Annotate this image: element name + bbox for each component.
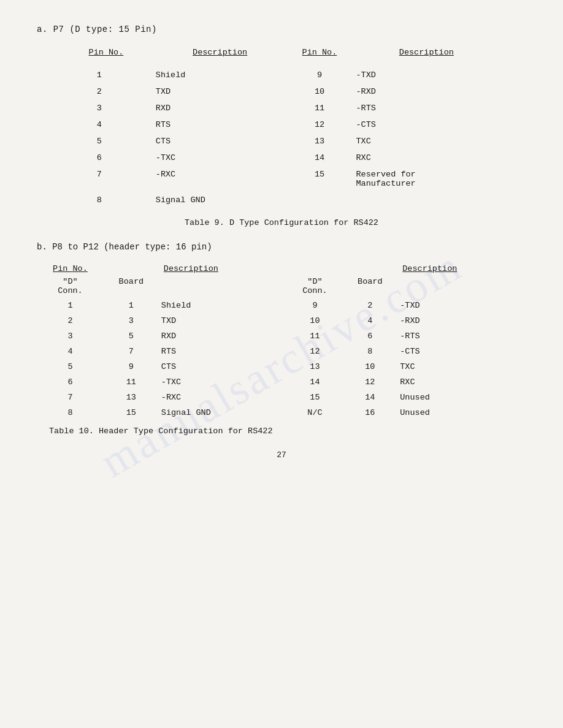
table-row: 7-RXC15Reserved for Manufacturer — [61, 166, 502, 192]
d-conn-right: N/C — [288, 405, 343, 420]
table-a-container: Pin No. Description Pin No. Description … — [37, 45, 526, 227]
desc-right: -RTS — [397, 328, 526, 344]
subheader-board-left: Board — [104, 276, 159, 298]
section-a-title: a. P7 (D type: 15 Pin) — [37, 25, 526, 34]
d-conn-right: 10 — [288, 313, 343, 328]
board-left: 11 — [104, 374, 159, 390]
description-right: Reserved for Manufacturer — [350, 166, 502, 192]
board-right: 16 — [342, 405, 397, 420]
table-a-header-pin2: Pin No. — [289, 45, 350, 59]
d-conn-left: 4 — [37, 344, 104, 359]
table-b-subheader-row: "D" Conn. Board "D" Conn. Board — [37, 276, 526, 298]
d-conn-right: 15 — [288, 390, 343, 405]
table-b-caption: Table 10. Header Type Configuration for … — [37, 427, 526, 436]
desc-left: Signal GND — [159, 405, 288, 420]
description-left: RTS — [137, 116, 289, 133]
table-row: 611-TXC1412RXC — [37, 374, 526, 390]
description-left: -RXC — [137, 166, 289, 192]
desc-left: CTS — [159, 359, 288, 374]
table-row: 47RTS128-CTS — [37, 344, 526, 359]
d-conn-right: 9 — [288, 298, 343, 313]
table-row: 59CTS1310TXC — [37, 359, 526, 374]
description-left: Signal GND — [137, 192, 289, 208]
page-number: 27 — [37, 450, 526, 460]
table-row: 5CTS13TXC — [61, 133, 502, 150]
desc-right: -RXD — [397, 313, 526, 328]
description-right: -TXD — [350, 67, 502, 83]
table-b: Pin No. Description Description "D" Conn… — [37, 262, 526, 420]
board-left: 15 — [104, 405, 159, 420]
board-left: 9 — [104, 359, 159, 374]
table-row: 2TXD10-RXD — [61, 83, 502, 100]
d-conn-right: 12 — [288, 344, 343, 359]
board-right: 10 — [342, 359, 397, 374]
description-right: RXC — [350, 150, 502, 166]
description-right: TXC — [350, 133, 502, 150]
table-b-container: Pin No. Description Description "D" Conn… — [37, 262, 526, 436]
description-left: RXD — [137, 100, 289, 116]
description-right: -RTS — [350, 100, 502, 116]
pin-number-right: 11 — [289, 100, 350, 116]
board-right: 6 — [342, 328, 397, 344]
d-conn-left: 5 — [37, 359, 104, 374]
table-row: 3RXD11-RTS — [61, 100, 502, 116]
board-left: 3 — [104, 313, 159, 328]
d-conn-left: 1 — [37, 298, 104, 313]
d-conn-left: 7 — [37, 390, 104, 405]
description-left: TXD — [137, 83, 289, 100]
d-conn-right: 11 — [288, 328, 343, 344]
board-right: 4 — [342, 313, 397, 328]
pin-number-left: 5 — [61, 133, 137, 150]
desc-left: RXD — [159, 328, 288, 344]
subheader-d-conn-left: "D" Conn. — [37, 276, 104, 298]
subheader-empty1 — [159, 276, 288, 298]
description-right — [350, 192, 502, 208]
board-left: 7 — [104, 344, 159, 359]
section-b-title: b. P8 to P12 (header type: 16 pin) — [37, 242, 526, 252]
desc-right: -TXD — [397, 298, 526, 313]
board-right: 14 — [342, 390, 397, 405]
table-a-header-pin1: Pin No. — [61, 45, 137, 59]
description-right: -CTS — [350, 116, 502, 133]
d-conn-left: 2 — [37, 313, 104, 328]
pin-number-left: 2 — [61, 83, 137, 100]
table-row: 35RXD116-RTS — [37, 328, 526, 344]
table-b-header-blank2 — [342, 262, 397, 276]
desc-right: RXC — [397, 374, 526, 390]
description-right: -RXD — [350, 83, 502, 100]
table-b-header-pin-no2 — [288, 262, 343, 276]
table-row: 815Signal GNDN/C16Unused — [37, 405, 526, 420]
desc-right: TXC — [397, 359, 526, 374]
desc-right: -CTS — [397, 344, 526, 359]
table-row: 713-RXC1514Unused — [37, 390, 526, 405]
d-conn-left: 6 — [37, 374, 104, 390]
table-row: 6-TXC14RXC — [61, 150, 502, 166]
table-a-spacer-row — [61, 59, 502, 67]
pin-number-right: 12 — [289, 116, 350, 133]
pin-number-left: 3 — [61, 100, 137, 116]
board-right: 2 — [342, 298, 397, 313]
d-conn-left: 3 — [37, 328, 104, 344]
description-left: CTS — [137, 133, 289, 150]
board-right: 8 — [342, 344, 397, 359]
table-b-header-description2: Description — [397, 262, 526, 276]
d-conn-right: 14 — [288, 374, 343, 390]
description-left: Shield — [137, 67, 289, 83]
board-left: 13 — [104, 390, 159, 405]
desc-left: RTS — [159, 344, 288, 359]
table-a-body: 1Shield9-TXD2TXD10-RXD3RXD11-RTS4RTS12-C… — [61, 67, 502, 208]
pin-number-right: 9 — [289, 67, 350, 83]
description-left: -TXC — [137, 150, 289, 166]
pin-number-right: 15 — [289, 166, 350, 192]
pin-number-left: 1 — [61, 67, 137, 83]
table-a-header-desc1: Description — [137, 45, 289, 59]
board-left: 1 — [104, 298, 159, 313]
subheader-board-right: Board — [342, 276, 397, 298]
pin-number-left: 8 — [61, 192, 137, 208]
table-row: 11Shield92-TXD — [37, 298, 526, 313]
table-a-header-desc2: Description — [350, 45, 502, 59]
d-conn-left: 8 — [37, 405, 104, 420]
desc-right: Unused — [397, 390, 526, 405]
desc-left: TXD — [159, 313, 288, 328]
table-b-header-description: Description — [159, 262, 288, 276]
